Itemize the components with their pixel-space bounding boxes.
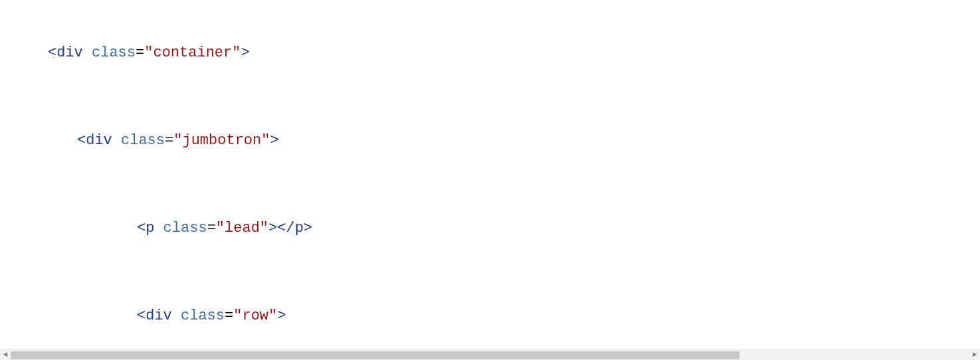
- horizontal-scrollbar[interactable]: ◄ ►: [0, 349, 980, 360]
- source-code-block[interactable]: <div class="container"> <div class="jumb…: [0, 0, 980, 360]
- code-line: <div class="container">: [0, 39, 980, 68]
- scroll-right-icon[interactable]: ►: [969, 350, 980, 361]
- scrollbar-thumb[interactable]: [11, 351, 739, 359]
- scroll-left-icon[interactable]: ◄: [0, 350, 11, 361]
- scrollbar-lane[interactable]: [11, 350, 969, 361]
- code-line: <div class="jumbotron">: [0, 126, 980, 155]
- code-line: <div class="row">: [0, 302, 980, 331]
- code-viewer: <div class="container"> <div class="jumb…: [0, 0, 980, 360]
- code-line: <p class="lead"></p>: [0, 214, 980, 243]
